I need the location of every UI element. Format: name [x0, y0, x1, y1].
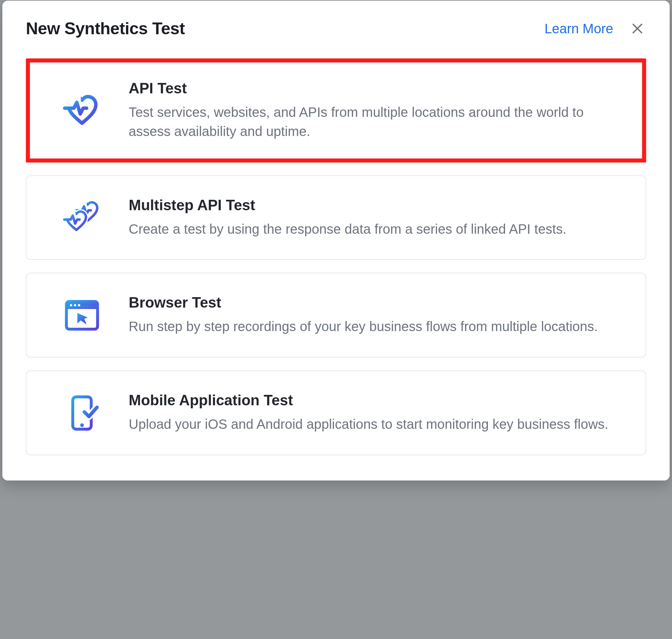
option-description: Upload your iOS and Android applications… — [129, 415, 622, 434]
svg-point-7 — [74, 304, 76, 306]
option-description: Test services, websites, and APIs from m… — [129, 103, 622, 141]
option-title: Multistep API Test — [129, 197, 622, 214]
option-title: API Test — [129, 80, 622, 97]
option-api-test[interactable]: API Test Test services, websites, and AP… — [26, 59, 646, 162]
svg-point-12 — [80, 423, 84, 427]
option-browser-test[interactable]: Browser Test Run step by step recordings… — [26, 272, 646, 358]
modal-header: New Synthetics Test Learn More — [26, 19, 646, 38]
browser-window-icon — [63, 297, 101, 334]
svg-point-8 — [78, 304, 80, 306]
option-description: Run step by step recordings of your key … — [129, 317, 622, 336]
multistep-heartbeat-icon — [63, 199, 101, 236]
option-title: Mobile Application Test — [129, 392, 622, 409]
close-button[interactable] — [629, 20, 646, 37]
option-multistep-api-test[interactable]: Multistep API Test Create a test by usin… — [26, 175, 646, 260]
mobile-device-icon — [63, 394, 101, 432]
option-description: Create a test by using the response data… — [129, 220, 622, 239]
option-mobile-app-test[interactable]: Mobile Application Test Upload your iOS … — [26, 370, 646, 455]
svg-point-6 — [70, 304, 72, 306]
close-icon — [631, 22, 644, 35]
learn-more-link[interactable]: Learn More — [544, 21, 613, 36]
modal-title: New Synthetics Test — [26, 19, 185, 38]
new-synthetics-test-modal: New Synthetics Test Learn More — [2, 1, 670, 481]
heartbeat-icon — [63, 92, 101, 129]
option-list: API Test Test services, websites, and AP… — [26, 59, 646, 455]
svg-rect-5 — [66, 306, 98, 309]
option-title: Browser Test — [129, 294, 622, 311]
